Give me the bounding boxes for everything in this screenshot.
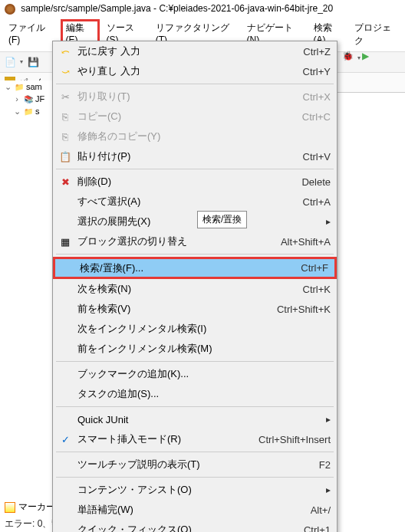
library-icon: 📚 bbox=[23, 94, 34, 104]
collapse-icon[interactable]: ⌄ bbox=[3, 82, 12, 92]
menu-expand-selection[interactable]: 選択の展開先(X) ▸ bbox=[53, 212, 337, 232]
source-folder-icon: 📁 bbox=[23, 106, 34, 117]
submenu-arrow-icon: ▸ bbox=[321, 216, 331, 227]
menu-separator bbox=[56, 84, 334, 84]
menu-separator bbox=[56, 477, 334, 478]
menu-find-replace[interactable]: 検索/置換(F)... Ctrl+F bbox=[53, 257, 337, 279]
menu-quick-fix[interactable]: クイック・フィックス(Q) Ctrl+1 bbox=[53, 520, 337, 532]
menu-file[interactable]: ファイル(F) bbox=[3, 19, 59, 50]
menu-find-prev[interactable]: 前を検索(V) Ctrl+Shift+K bbox=[53, 299, 337, 319]
debug-icon[interactable]: 🐞 bbox=[342, 51, 356, 64]
submenu-arrow-icon: ▸ bbox=[321, 414, 331, 425]
menu-add-task[interactable]: タスクの追加(S)... bbox=[53, 384, 337, 404]
menu-find-next[interactable]: 次を検索(N) Ctrl+K bbox=[53, 279, 337, 299]
marker-tab-label: マーカー bbox=[18, 501, 55, 514]
collapse-icon[interactable]: ⌄ bbox=[12, 107, 21, 117]
undo-icon: ⤺ bbox=[56, 46, 74, 57]
new-icon[interactable]: 📄 bbox=[3, 55, 17, 69]
expand-icon[interactable]: › bbox=[12, 94, 21, 103]
tree-label: s bbox=[35, 107, 40, 116]
dropdown-arrow-icon[interactable]: ▾ bbox=[357, 54, 361, 61]
submenu-arrow-icon: ▸ bbox=[321, 484, 331, 495]
menu-redo[interactable]: ⤻ やり直し 入力 Ctrl+Y bbox=[53, 61, 337, 81]
dropdown-arrow-icon[interactable]: ▾ bbox=[20, 58, 23, 65]
menu-quick-junit[interactable]: Quick JUnit ▸ bbox=[53, 409, 337, 429]
tree-row[interactable]: ⌄ 📁 s bbox=[0, 105, 54, 117]
window-title: sample/src/sample/Sample.java - C:¥pleia… bbox=[21, 3, 333, 14]
menu-delete[interactable]: ✖ 削除(D) Delete bbox=[53, 172, 337, 192]
tooltip-text: 検索/置換 bbox=[202, 214, 242, 225]
eclipse-icon bbox=[5, 4, 15, 15]
project-icon: 📁 bbox=[14, 81, 25, 92]
menu-separator bbox=[56, 254, 334, 255]
right-toolbar: 🐞 ▾ ▶ bbox=[339, 42, 405, 73]
menu-separator bbox=[56, 406, 334, 407]
menu-copy[interactable]: ⎘ コピー(C) Ctrl+C bbox=[53, 107, 337, 126]
menu-word-complete[interactable]: 単語補完(W) Alt+/ bbox=[53, 500, 337, 520]
menu-select-all[interactable]: すべて選択(A) Ctrl+A bbox=[53, 192, 337, 212]
menu-undo[interactable]: ⤺ 元に戻す 入力 Ctrl+Z bbox=[53, 41, 337, 61]
redo-icon: ⤻ bbox=[56, 66, 74, 77]
menu-incr-prev[interactable]: 前をインクリメンタル検索(M) bbox=[53, 339, 337, 359]
scissors-icon: ✂ bbox=[56, 91, 74, 103]
menu-separator bbox=[56, 361, 334, 362]
check-icon: ✓ bbox=[56, 434, 74, 445]
menu-incr-next[interactable]: 次をインクリメンタル検索(I) bbox=[53, 319, 337, 339]
menu-content-assist[interactable]: コンテンツ・アシスト(O) ▸ bbox=[53, 480, 337, 500]
block-icon: ▦ bbox=[56, 236, 74, 248]
run-icon[interactable]: ▶ bbox=[362, 51, 376, 64]
tree-row[interactable]: › 📚 JF bbox=[0, 93, 54, 105]
tree-label: JF bbox=[35, 94, 44, 103]
menu-cut[interactable]: ✂ 切り取り(T) Ctrl+X bbox=[53, 87, 337, 107]
marker-icon bbox=[5, 502, 15, 513]
copy-icon: ⎘ bbox=[56, 111, 74, 123]
menu-add-bookmark[interactable]: ブックマークの追加(K)... bbox=[53, 364, 337, 384]
package-tree: ⌄ 📁 sam › 📚 JF ⌄ 📁 s bbox=[0, 80, 54, 117]
tree-label: sam bbox=[26, 82, 42, 91]
menu-toggle-block[interactable]: ▦ ブロック選択の切り替え Alt+Shift+A bbox=[53, 232, 337, 251]
save-icon[interactable]: 💾 bbox=[26, 55, 40, 69]
menu-separator bbox=[56, 169, 334, 169]
menu-copy-qualified[interactable]: ⎘ 修飾名のコピー(Y) bbox=[53, 126, 337, 146]
menu-smart-insert[interactable]: ✓ スマート挿入モード(R) Ctrl+Shift+Insert bbox=[53, 429, 337, 449]
menu-separator bbox=[56, 452, 334, 452]
marker-tab[interactable]: マーカー bbox=[0, 498, 60, 517]
paste-icon: 📋 bbox=[56, 151, 74, 163]
title-bar: sample/src/sample/Sample.java - C:¥pleia… bbox=[0, 0, 405, 18]
tooltip: 検索/置換 bbox=[197, 211, 247, 228]
tree-row[interactable]: ⌄ 📁 sam bbox=[0, 80, 54, 93]
menu-paste[interactable]: 📋 貼り付け(P) Ctrl+V bbox=[53, 146, 337, 166]
copy-qualified-icon: ⎘ bbox=[56, 131, 74, 143]
menu-tooltip-desc[interactable]: ツールチップ説明の表示(T) F2 bbox=[53, 455, 337, 475]
edit-menu-dropdown: ⤺ 元に戻す 入力 Ctrl+Z ⤻ やり直し 入力 Ctrl+Y ✂ 切り取り… bbox=[52, 41, 338, 532]
delete-icon: ✖ bbox=[56, 176, 74, 188]
